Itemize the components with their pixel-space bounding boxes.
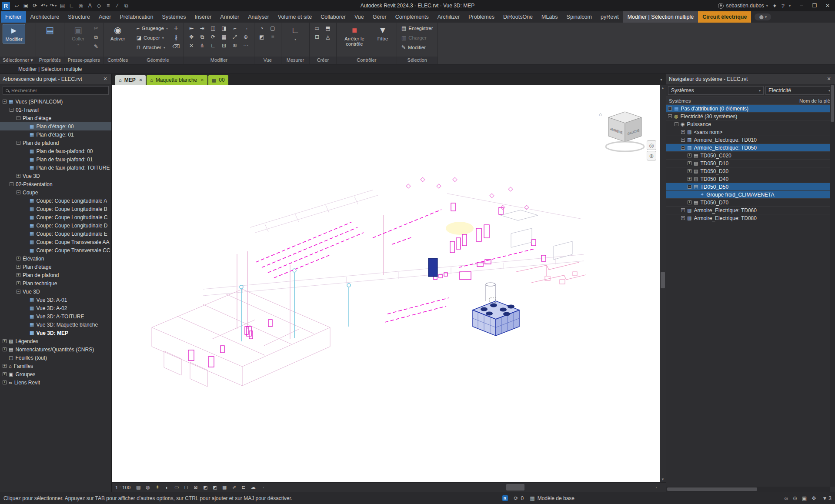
ribbon-tab-fichier[interactable]: Fichier: [1, 11, 26, 23]
zoom-icon[interactable]: ⊕: [647, 151, 656, 160]
project-tree-item-vues-spinalcom[interactable]: −▦Vues (SPINALCOM): [0, 97, 111, 106]
project-tree-item-légendes[interactable]: +▧Légendes: [0, 337, 111, 345]
ribbon-button-arrêter-le-contrôle[interactable]: ■Arrêter le contrôle: [339, 24, 370, 48]
split-face-button[interactable]: ∦: [171, 33, 181, 41]
expander-icon[interactable]: −: [668, 114, 672, 118]
project-tree-item-plan-d-étage-00[interactable]: ▦Plan d'étage: 00: [0, 122, 111, 130]
expander-icon[interactable]: +: [3, 364, 7, 368]
print-icon[interactable]: ▤: [58, 1, 67, 10]
text-icon[interactable]: A: [86, 1, 94, 10]
discipline-select[interactable]: Electricité ▾: [765, 86, 833, 95]
expander-icon[interactable]: +: [688, 177, 691, 181]
project-tree-item-plan-de-faux-plafond-00[interactable]: ▦Plan de faux-plafond: 00: [0, 147, 111, 155]
system-tree-item-td050-d30[interactable]: +▤TD050_D30: [666, 167, 835, 175]
expander-icon[interactable]: +: [17, 281, 20, 285]
select-pinned-icon[interactable]: ⊙: [793, 495, 797, 501]
reveal-hidden-icon[interactable]: ◩: [210, 484, 219, 491]
mirror-axis-button[interactable]: ◫: [208, 24, 218, 32]
column-header-systems[interactable]: Systèmes: [666, 97, 797, 104]
expander-icon[interactable]: +: [17, 273, 20, 277]
expander-icon[interactable]: −: [17, 290, 20, 294]
expander-icon[interactable]: +: [688, 161, 691, 165]
ribbon-tab-problèmes[interactable]: Problèmes: [464, 11, 499, 23]
ribbon-tab-pyrevit[interactable]: pyRevit: [596, 11, 623, 23]
system-tree-item-armoire-electrique-td080[interactable]: +▥Armoire_Electrique: TD080: [666, 214, 835, 222]
temporary-hide-icon[interactable]: ◩: [201, 484, 210, 491]
delete-button[interactable]: ✕: [187, 41, 196, 50]
selection-filter[interactable]: ▼ 3: [822, 495, 832, 501]
ribbon-tab-systèmes[interactable]: Systèmes: [158, 11, 190, 23]
redo-icon-chevron[interactable]: ▾: [55, 4, 57, 8]
expander-icon[interactable]: +: [17, 265, 20, 269]
project-tree-item-02-présentation[interactable]: −02-Présentation: [0, 180, 111, 188]
expander-icon[interactable]: −: [675, 122, 678, 126]
trim-multi-button[interactable]: ∟: [208, 41, 218, 50]
measure-icon[interactable]: ∟: [67, 1, 76, 10]
project-tree-item-plan-d-étage-01[interactable]: ▦Plan d'étage: 01: [0, 130, 111, 139]
project-tree-item-plan-technique[interactable]: +Plan technique: [0, 279, 111, 287]
project-tree-item-plan-d-étage[interactable]: +Plan d'étage: [0, 263, 111, 271]
cut-button[interactable]: ✂: [91, 24, 101, 32]
system-browser-vscroll-thumb[interactable]: [831, 85, 834, 122]
sun-path-icon[interactable]: ☀: [153, 484, 162, 491]
ribbon-tab-insérer[interactable]: Insérer: [190, 11, 216, 23]
ribbon-tab-annoter[interactable]: Annoter: [216, 11, 244, 23]
ribbon-button-properties-icon[interactable]: ▤: [39, 24, 61, 37]
ribbon-tab-structure[interactable]: Structure: [63, 11, 94, 23]
drawing-canvas[interactable]: ARRIÈRE GAUCHE ⌂ ◎ ⊕: [112, 85, 660, 482]
project-tree-item-liens-revit[interactable]: +∞Liens Revit: [0, 378, 111, 387]
ribbon-button-coller[interactable]: ▣Coller▾: [67, 24, 90, 48]
sync-icon[interactable]: ⟳: [31, 1, 39, 10]
ribbon-button-filtre[interactable]: ▼Filtre: [371, 24, 394, 43]
ribbon-tab-archilizer[interactable]: Archilizer: [433, 11, 464, 23]
project-tree-item-plan-d-étage[interactable]: −Plan d'étage: [0, 114, 111, 122]
project-tree-item-plan-de-plafond[interactable]: −Plan de plafond: [0, 139, 111, 147]
project-tree-item-coupe-coupe-longitudinale-b[interactable]: ▦Coupe: Coupe Longitudinale B: [0, 205, 111, 213]
pin-button[interactable]: ⊕: [241, 33, 250, 41]
ribbon-button-attacher[interactable]: ⊓Attacher▾: [135, 43, 170, 52]
editable-count-chip[interactable]: ⟳ 0: [514, 495, 524, 501]
project-tree-item-coupe-coupe-longitudinale-e[interactable]: ▦Coupe: Coupe Longitudinale E: [0, 230, 111, 238]
system-tree-item-sans-nom[interactable]: +▥<sans nom>: [666, 128, 835, 136]
paint-button[interactable]: ✛: [171, 24, 181, 32]
rotate-button[interactable]: ⟳: [208, 33, 218, 41]
view-by-select[interactable]: Systèmes ▾: [668, 86, 764, 95]
expander-icon[interactable]: +: [17, 257, 20, 260]
expander-icon[interactable]: +: [17, 174, 20, 178]
expander-icon[interactable]: +: [688, 154, 691, 157]
project-tree-item-vue-3d[interactable]: +Vue 3D: [0, 172, 111, 180]
store-icon[interactable]: ✦: [772, 3, 777, 9]
ribbon-tab-collaborer[interactable]: Collaborer: [316, 11, 350, 23]
search-input[interactable]: Rechercher: [3, 86, 109, 95]
ribbon-tab-volume-et-site[interactable]: Volume et site: [274, 11, 317, 23]
expander-icon[interactable]: +: [3, 372, 7, 376]
expander-icon[interactable]: +: [3, 339, 7, 343]
column-header-room-name[interactable]: Nom de la pièce: [797, 97, 835, 104]
project-tree-item-vue-3d[interactable]: −Vue 3D: [0, 287, 111, 296]
override-button[interactable]: ≡: [268, 33, 277, 41]
open-icon[interactable]: ▱: [13, 1, 21, 10]
project-tree-item-groupes[interactable]: +▣Groupes: [0, 370, 111, 378]
scroll-right-icon[interactable]: ›: [653, 485, 660, 490]
default-3d-icon[interactable]: ◇: [95, 1, 103, 10]
user-account-menu[interactable]: sebastien.dubos ▾: [718, 3, 768, 9]
project-tree-item-01-travail[interactable]: −01-Travail: [0, 106, 111, 114]
ribbon-tab-dirootsone[interactable]: DiRootsOne: [499, 11, 537, 23]
project-tree-item-vue-3d-maquette-blanche[interactable]: ▦Vue 3D: Maquette blanche: [0, 320, 111, 329]
system-browser-horizontal-scrollbar[interactable]: [666, 487, 830, 492]
worksharing-icon[interactable]: R: [502, 495, 508, 501]
create-group-button[interactable]: ▭: [312, 24, 322, 32]
steering-wheel-icon[interactable]: ◎: [647, 140, 656, 150]
ribbon-display-toggle[interactable]: ⬤▾: [755, 13, 771, 20]
view-tab-mep[interactable]: ⌂MEP✕: [115, 75, 146, 85]
hide-button[interactable]: ◔: [257, 24, 267, 32]
save-icon[interactable]: ▣: [22, 1, 30, 10]
trim-corner-button[interactable]: ⌐: [230, 24, 240, 32]
project-tree-item-vue-3d-a-01[interactable]: ▦Vue 3D: A-01: [0, 296, 111, 304]
bim360-icon[interactable]: ☁: [249, 484, 257, 491]
scroll-down-icon[interactable]: ▼: [661, 476, 665, 482]
ribbon-tab-mlabs[interactable]: MLabs: [537, 11, 562, 23]
split-element-button[interactable]: ⋔: [197, 41, 207, 50]
thin-lines-icon[interactable]: ∕: [113, 1, 121, 10]
help-chevron-icon[interactable]: ▾: [789, 4, 791, 8]
